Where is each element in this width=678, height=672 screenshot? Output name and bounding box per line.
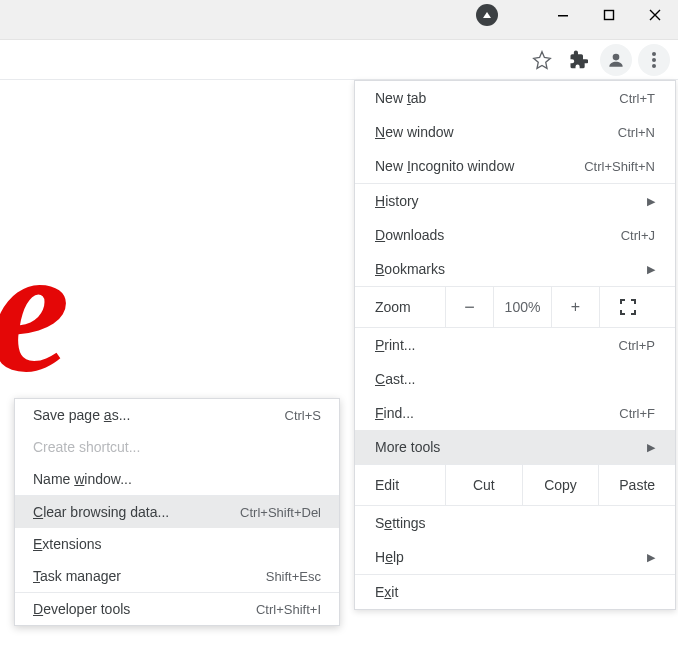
menu-label: Exit: [375, 584, 655, 600]
submenu-task-manager[interactable]: Task manager Shift+Esc: [15, 560, 339, 592]
edit-paste-button[interactable]: Paste: [598, 465, 675, 505]
fullscreen-button[interactable]: [599, 287, 655, 327]
submenu-clear-browsing-data[interactable]: Clear browsing data... Ctrl+Shift+Del: [15, 496, 339, 528]
zoom-label: Zoom: [355, 299, 445, 315]
menu-shortcut: Ctrl+T: [619, 91, 655, 106]
svg-marker-0: [483, 12, 491, 18]
window-titlebar: [0, 0, 678, 40]
background-logo-glyph: e: [0, 220, 70, 400]
menu-zoom-row: Zoom − 100% +: [355, 287, 675, 327]
chrome-menu-button[interactable]: [638, 44, 670, 76]
menu-label: Print...: [375, 337, 603, 353]
fullscreen-icon: [620, 299, 636, 315]
menu-cast[interactable]: Cast...: [355, 362, 675, 396]
submenu-label: Create shortcut...: [33, 439, 321, 455]
menu-label: Help: [375, 549, 631, 565]
submenu-label: Extensions: [33, 536, 321, 552]
menu-new-incognito[interactable]: New Incognito window Ctrl+Shift+N: [355, 149, 675, 183]
menu-shortcut: Ctrl+N: [618, 125, 655, 140]
menu-history[interactable]: History ▶: [355, 184, 675, 218]
menu-exit[interactable]: Exit: [355, 575, 675, 609]
menu-label: New window: [375, 124, 602, 140]
zoom-out-button[interactable]: −: [445, 287, 493, 327]
menu-new-window[interactable]: New window Ctrl+N: [355, 115, 675, 149]
menu-more-tools[interactable]: More tools ▶: [355, 430, 675, 464]
submenu-label: Developer tools: [33, 601, 240, 617]
bookmark-star-icon[interactable]: [526, 44, 558, 76]
submenu-arrow-icon: ▶: [647, 551, 655, 564]
window-maximize-button[interactable]: [586, 0, 632, 30]
window-close-button[interactable]: [632, 0, 678, 30]
menu-settings[interactable]: Settings: [355, 506, 675, 540]
svg-rect-1: [558, 15, 568, 17]
menu-label: New tab: [375, 90, 603, 106]
edit-copy-button[interactable]: Copy: [522, 465, 599, 505]
submenu-developer-tools[interactable]: Developer tools Ctrl+Shift+I: [15, 593, 339, 625]
submenu-arrow-icon: ▶: [647, 441, 655, 454]
submenu-extensions[interactable]: Extensions: [15, 528, 339, 560]
menu-label: More tools: [375, 439, 631, 455]
submenu-shortcut: Ctrl+S: [285, 408, 321, 423]
submenu-arrow-icon: ▶: [647, 263, 655, 276]
vertical-dots-icon: [652, 58, 656, 62]
submenu-save-page-as[interactable]: Save page as... Ctrl+S: [15, 399, 339, 431]
menu-label: Downloads: [375, 227, 605, 243]
zoom-value: 100%: [493, 287, 551, 327]
menu-label: Find...: [375, 405, 603, 421]
menu-label: Settings: [375, 515, 655, 531]
submenu-shortcut: Shift+Esc: [266, 569, 321, 584]
more-tools-submenu: Save page as... Ctrl+S Create shortcut..…: [14, 398, 340, 626]
menu-shortcut: Ctrl+P: [619, 338, 655, 353]
browser-toolbar: [0, 40, 678, 80]
menu-bookmarks[interactable]: Bookmarks ▶: [355, 252, 675, 286]
menu-print[interactable]: Print... Ctrl+P: [355, 328, 675, 362]
menu-label: History: [375, 193, 631, 209]
profile-avatar-icon[interactable]: [600, 44, 632, 76]
submenu-label: Task manager: [33, 568, 250, 584]
menu-shortcut: Ctrl+Shift+N: [584, 159, 655, 174]
edit-label: Edit: [355, 477, 445, 493]
menu-shortcut: Ctrl+J: [621, 228, 655, 243]
submenu-shortcut: Ctrl+Shift+Del: [240, 505, 321, 520]
submenu-label: Name window...: [33, 471, 321, 487]
chrome-main-menu: New tab Ctrl+T New window Ctrl+N New Inc…: [354, 80, 676, 610]
menu-new-tab[interactable]: New tab Ctrl+T: [355, 81, 675, 115]
submenu-shortcut: Ctrl+Shift+I: [256, 602, 321, 617]
menu-downloads[interactable]: Downloads Ctrl+J: [355, 218, 675, 252]
menu-label: Cast...: [375, 371, 655, 387]
submenu-create-shortcut: Create shortcut...: [15, 431, 339, 463]
edit-cut-button[interactable]: Cut: [445, 465, 522, 505]
window-minimize-button[interactable]: [540, 0, 586, 30]
svg-point-3: [613, 54, 620, 61]
submenu-name-window[interactable]: Name window...: [15, 463, 339, 495]
zoom-in-button[interactable]: +: [551, 287, 599, 327]
menu-help[interactable]: Help ▶: [355, 540, 675, 574]
menu-label: Bookmarks: [375, 261, 631, 277]
extensions-icon[interactable]: [562, 44, 594, 76]
submenu-arrow-icon: ▶: [647, 195, 655, 208]
submenu-label: Save page as...: [33, 407, 269, 423]
submenu-label: Clear browsing data...: [33, 504, 224, 520]
menu-find[interactable]: Find... Ctrl+F: [355, 396, 675, 430]
menu-edit-row: Edit Cut Copy Paste: [355, 465, 675, 505]
svg-rect-2: [605, 11, 614, 20]
menu-label: New Incognito window: [375, 158, 568, 174]
account-indicator-icon[interactable]: [464, 0, 510, 30]
menu-shortcut: Ctrl+F: [619, 406, 655, 421]
